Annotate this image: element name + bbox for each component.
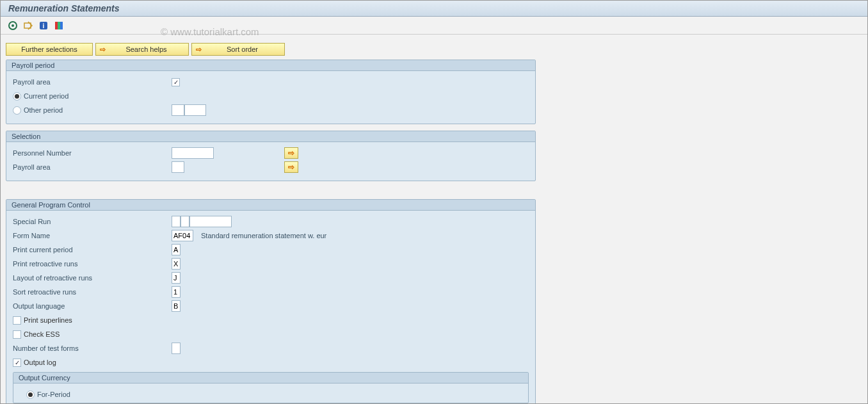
svg-rect-6 <box>58 22 60 29</box>
group-title: General Program Control <box>6 200 535 211</box>
special-run-label: Special Run <box>13 218 154 225</box>
current-period-radio[interactable]: Current period <box>13 92 154 101</box>
payroll-area-sel-label: Payroll area <box>13 163 154 171</box>
group-title: Payroll period <box>6 60 535 71</box>
radio-label: Other period <box>24 106 63 114</box>
sort-retro-input[interactable] <box>172 286 181 298</box>
output-lang-label: Output language <box>13 302 154 310</box>
search-helps-button[interactable]: ⇨ Search helps <box>95 43 189 56</box>
radio-label: For-Period <box>37 391 70 398</box>
radio-icon <box>13 92 21 101</box>
info-icon[interactable]: i <box>38 20 49 31</box>
button-label: Search helps <box>108 45 184 53</box>
other-period-input-2[interactable] <box>184 104 206 116</box>
print-retro-label: Print retroactive runs <box>13 260 154 268</box>
payroll-area-multiple-button[interactable]: ⇨ <box>284 161 298 173</box>
print-current-label: Print current period <box>13 246 154 254</box>
further-selections-button[interactable]: Further selections <box>6 43 93 56</box>
group-title: Selection <box>6 131 535 142</box>
radio-label: Current period <box>24 92 68 100</box>
sort-order-button[interactable]: ⇨ Sort order <box>191 43 285 56</box>
form-name-desc: Standard remuneration statement w. eur <box>201 232 326 239</box>
payroll-period-group: Payroll period Payroll area ✓ Current pe… <box>6 60 536 124</box>
execute-icon[interactable] <box>7 20 19 31</box>
output-currency-subgroup: Output Currency For-Period <box>13 372 529 403</box>
personnel-number-multiple-button[interactable]: ⇨ <box>284 147 298 159</box>
print-current-input[interactable] <box>172 244 181 255</box>
personnel-number-label: Personnel Number <box>13 149 154 157</box>
get-variant-icon[interactable] <box>22 20 34 31</box>
output-log-checkbox[interactable]: ✓ <box>13 359 21 367</box>
special-run-input-1[interactable] <box>172 216 181 227</box>
special-run-input-3[interactable] <box>189 216 232 227</box>
layout-retro-input[interactable] <box>172 272 181 284</box>
svg-point-1 <box>12 24 14 27</box>
output-log-label: Output log <box>24 359 56 366</box>
selection-group: Selection Personnel Number ⇨ Payroll are… <box>6 131 536 181</box>
content-area[interactable]: Further selections ⇨ Search helps ⇨ Sort… <box>1 39 867 403</box>
print-retro-input[interactable] <box>172 258 181 270</box>
svg-rect-5 <box>55 22 58 29</box>
other-period-radio[interactable]: Other period <box>13 106 154 115</box>
page-title: Remuneration Statements <box>8 3 119 13</box>
sort-retro-label: Sort retroactive runs <box>13 288 154 296</box>
print-superlines-checkbox[interactable] <box>13 316 21 325</box>
toolbar: i <box>1 17 867 35</box>
radio-icon <box>13 106 21 115</box>
output-lang-input[interactable] <box>172 300 181 312</box>
button-label: Sort order <box>204 45 280 53</box>
check-ess-label: Check ESS <box>24 330 60 338</box>
special-run-input-2[interactable] <box>181 216 189 227</box>
app-window: Remuneration Statements i © www.tutorial… <box>0 0 868 404</box>
num-test-label: Number of test forms <box>13 344 154 352</box>
payroll-area-label: Payroll area <box>13 78 154 86</box>
watermark: © www.tutorialkart.com <box>161 26 259 37</box>
selection-button-bar: Further selections ⇨ Search helps ⇨ Sort… <box>6 43 862 56</box>
arrow-right-icon: ⇨ <box>100 45 106 54</box>
num-test-input[interactable] <box>172 343 181 354</box>
arrow-right-icon: ⇨ <box>196 45 202 54</box>
layout-retro-label: Layout of retroactive runs <box>13 274 154 282</box>
for-period-radio[interactable]: For-Period <box>20 391 161 399</box>
form-name-label: Form Name <box>13 232 154 239</box>
form-name-input[interactable] <box>172 230 193 241</box>
general-program-control-group: General Program Control Special Run Form… <box>6 199 536 403</box>
button-label: Further selections <box>21 45 77 53</box>
print-superlines-label: Print superlines <box>24 316 72 324</box>
personnel-number-input[interactable] <box>172 147 214 159</box>
title-bar: Remuneration Statements <box>1 1 867 17</box>
check-ess-checkbox[interactable] <box>13 330 21 339</box>
payroll-area-checkbox[interactable]: ✓ <box>172 78 180 86</box>
other-period-input-1[interactable] <box>172 104 184 116</box>
group-title: Output Currency <box>13 373 528 384</box>
color-legend-icon[interactable] <box>53 20 65 31</box>
svg-text:i: i <box>43 22 45 29</box>
radio-icon <box>26 391 35 399</box>
payroll-area-sel-input[interactable] <box>172 161 184 173</box>
svg-rect-7 <box>60 22 63 29</box>
